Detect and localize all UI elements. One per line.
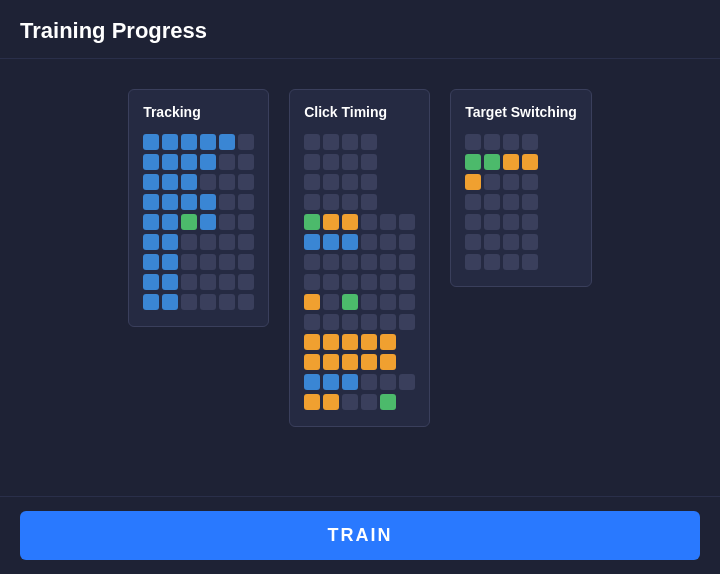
target-switching-grid xyxy=(465,134,577,270)
table-row xyxy=(465,254,577,270)
table-row xyxy=(143,174,254,190)
table-row xyxy=(143,234,254,250)
cell xyxy=(143,234,159,250)
cell xyxy=(342,174,358,190)
cell xyxy=(484,134,500,150)
cell xyxy=(323,294,339,310)
cell xyxy=(522,174,538,190)
cell xyxy=(304,134,320,150)
cell xyxy=(304,174,320,190)
cell xyxy=(219,154,235,170)
cell xyxy=(200,174,216,190)
main-content: Tracking xyxy=(0,59,720,496)
cell xyxy=(342,234,358,250)
table-row xyxy=(304,194,415,210)
cell xyxy=(238,174,254,190)
cell xyxy=(361,234,377,250)
cell xyxy=(342,374,358,390)
cell xyxy=(238,194,254,210)
cell xyxy=(162,294,178,310)
cell xyxy=(219,194,235,210)
table-row xyxy=(304,234,415,250)
table-row xyxy=(143,194,254,210)
cell xyxy=(323,174,339,190)
cell xyxy=(323,334,339,350)
cell xyxy=(238,214,254,230)
cell xyxy=(399,314,415,330)
cell xyxy=(200,254,216,270)
cell xyxy=(522,194,538,210)
cell xyxy=(200,234,216,250)
cell xyxy=(143,154,159,170)
table-row xyxy=(465,174,577,190)
cell xyxy=(399,214,415,230)
table-row xyxy=(465,194,577,210)
cell xyxy=(304,354,320,370)
cell xyxy=(219,234,235,250)
cell xyxy=(342,134,358,150)
cell xyxy=(181,154,197,170)
cell xyxy=(181,134,197,150)
cell xyxy=(323,314,339,330)
cell xyxy=(380,234,396,250)
cell xyxy=(323,214,339,230)
cell xyxy=(361,194,377,210)
cell xyxy=(361,354,377,370)
target-switching-panel-title: Target Switching xyxy=(465,104,577,120)
cell xyxy=(399,374,415,390)
cell xyxy=(162,254,178,270)
cell xyxy=(238,154,254,170)
header: Training Progress xyxy=(0,0,720,59)
table-row xyxy=(304,394,415,410)
cell xyxy=(162,234,178,250)
table-row xyxy=(465,154,577,170)
cell xyxy=(522,234,538,250)
cell xyxy=(503,174,519,190)
cell xyxy=(503,134,519,150)
cell xyxy=(361,374,377,390)
cell xyxy=(143,254,159,270)
cell xyxy=(323,154,339,170)
cell xyxy=(238,294,254,310)
cell xyxy=(304,154,320,170)
cell xyxy=(323,354,339,370)
cell xyxy=(465,214,481,230)
cell xyxy=(380,374,396,390)
cell xyxy=(361,294,377,310)
tracking-panel: Tracking xyxy=(128,89,269,327)
cell xyxy=(484,254,500,270)
cell xyxy=(342,394,358,410)
cell xyxy=(162,174,178,190)
table-row xyxy=(304,274,415,290)
cell xyxy=(380,354,396,370)
cell xyxy=(484,214,500,230)
cell xyxy=(503,154,519,170)
table-row xyxy=(304,174,415,190)
cell xyxy=(238,274,254,290)
cell xyxy=(342,354,358,370)
cell xyxy=(200,194,216,210)
table-row xyxy=(143,274,254,290)
cell xyxy=(342,254,358,270)
table-row xyxy=(304,294,415,310)
target-switching-panel: Target Switching xyxy=(450,89,592,287)
cell xyxy=(219,254,235,270)
cell xyxy=(304,394,320,410)
click-timing-panel-title: Click Timing xyxy=(304,104,415,120)
table-row xyxy=(304,154,415,170)
cell xyxy=(503,194,519,210)
cell xyxy=(380,274,396,290)
cell xyxy=(304,294,320,310)
cell xyxy=(342,294,358,310)
cell xyxy=(522,154,538,170)
train-button[interactable]: TRAIN xyxy=(20,511,700,560)
table-row xyxy=(304,214,415,230)
cell xyxy=(200,214,216,230)
cell xyxy=(304,374,320,390)
cell xyxy=(503,234,519,250)
cell xyxy=(162,154,178,170)
cell xyxy=(219,214,235,230)
click-timing-grid xyxy=(304,134,415,410)
cell xyxy=(342,274,358,290)
cell xyxy=(143,174,159,190)
